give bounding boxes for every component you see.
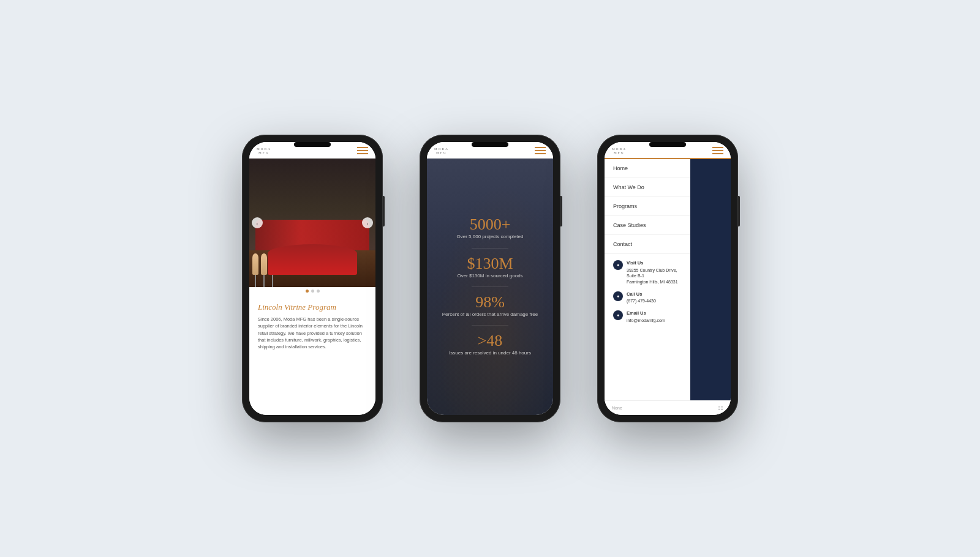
hamburger-menu-3[interactable] <box>712 147 723 154</box>
carousel-dot-2[interactable] <box>311 290 314 293</box>
stool-leg <box>272 275 273 287</box>
nav-item-home[interactable]: Home <box>605 159 690 178</box>
moda-logo-3: MODA MFG <box>612 147 627 154</box>
hamburger-bar <box>535 153 546 154</box>
furniture-stools <box>252 253 276 287</box>
hamburger-bar <box>357 150 368 151</box>
phone-3-content: Home What We Do Programs Case Studies Co… <box>605 159 731 400</box>
stat-damage-number: 98% <box>442 294 538 310</box>
hamburger-bar <box>535 147 546 148</box>
phone-3-sidebar <box>690 159 731 400</box>
stool <box>261 253 267 275</box>
hamburger-bar <box>712 150 723 151</box>
nav-item-case-studies[interactable]: Case Studies <box>605 216 690 235</box>
stat-damage-label: Percent of all orders that arrive damage… <box>442 312 538 318</box>
phone-3: MODA MFG Home What We Do Programs Case S… <box>597 135 738 422</box>
carousel-dots <box>249 287 375 295</box>
phone-1: MODA MFG <box>242 135 383 422</box>
stat-hours-number: >48 <box>449 333 531 349</box>
nav-item-what-we-do[interactable]: What We Do <box>605 178 690 197</box>
stats-screen: 5000+ Over 5,000 projects completed $130… <box>427 159 553 415</box>
moda-logo-1: MODA MFG <box>257 147 271 154</box>
nav-menu: Home What We Do Programs Case Studies Co… <box>605 159 690 400</box>
phone-3-bottom: None ☷ <box>605 400 731 415</box>
hamburger-menu-1[interactable] <box>357 147 368 154</box>
stool <box>270 253 276 275</box>
phone-3-screen: MODA MFG Home What We Do Programs Case S… <box>605 142 731 415</box>
phone-1-screen: MODA MFG <box>249 142 375 415</box>
phone-1-header: MODA MFG <box>249 142 375 159</box>
hamburger-bar <box>357 147 368 148</box>
nav-item-programs[interactable]: Programs <box>605 197 690 216</box>
stat-revenue: $130M Over $130M in sourced goods <box>457 256 522 279</box>
contact-visit: ● Visit Us 39255 Country Club Drive, Sui… <box>613 260 682 285</box>
stat-revenue-number: $130M <box>457 256 522 272</box>
phone-1-content: Lincoln Vitrine Program Since 2006, Moda… <box>249 295 375 415</box>
contact-section: ● Visit Us 39255 Country Club Drive, Sui… <box>605 254 690 335</box>
location-icon: ● <box>613 260 623 270</box>
hamburger-bar <box>712 153 723 154</box>
phone-2-screen: MODA MFG 5000+ Over 5,000 projects compl… <box>427 142 553 415</box>
bottom-label: None <box>612 406 622 410</box>
stat-damage: 98% Percent of all orders that arrive da… <box>442 294 538 318</box>
phone-3-header: MODA MFG <box>605 142 731 159</box>
stat-projects: 5000+ Over 5,000 projects completed <box>457 217 524 240</box>
stool-group <box>270 253 276 287</box>
stat-revenue-label: Over $130M in sourced goods <box>457 273 522 279</box>
stat-divider <box>472 286 508 287</box>
stat-projects-number: 5000+ <box>457 217 524 233</box>
case-study-title: Lincoln Vitrine Program <box>258 302 367 312</box>
hero-image: ‹ › <box>249 159 375 287</box>
phones-container: MODA MFG <box>242 135 738 422</box>
email-info: Email Us info@modamfg.com <box>627 310 665 323</box>
visit-info: Visit Us 39255 Country Club Drive, Suite… <box>627 260 682 285</box>
car-scene <box>249 159 375 287</box>
stat-hours: >48 Issues are resolved in under 48 hour… <box>449 333 531 356</box>
carousel-dot-1[interactable] <box>306 290 309 293</box>
stool-group <box>252 253 258 287</box>
email-icon: ● <box>613 310 623 320</box>
call-info: Call Us (877) 479-4430 <box>627 291 656 304</box>
carousel-next-button[interactable]: › <box>362 217 373 228</box>
hamburger-bar <box>535 150 546 151</box>
grid-icon: ☷ <box>718 405 723 411</box>
case-study-description: Since 2006, Moda MFG has been a single-s… <box>258 316 367 350</box>
stat-divider <box>472 248 508 249</box>
hamburger-menu-2[interactable] <box>535 147 546 154</box>
hamburger-bar <box>357 153 368 154</box>
phone-2: MODA MFG 5000+ Over 5,000 projects compl… <box>420 135 560 422</box>
hamburger-bar <box>712 147 723 148</box>
moda-logo-2: MODA MFG <box>434 147 449 154</box>
nav-item-contact[interactable]: Contact <box>605 235 690 254</box>
stool <box>252 253 258 275</box>
contact-call: ● Call Us (877) 479-4430 <box>613 291 682 304</box>
stool-leg <box>263 275 265 287</box>
carousel-prev-button[interactable]: ‹ <box>252 217 263 228</box>
contact-email: ● Email Us info@modamfg.com <box>613 310 682 323</box>
stat-hours-label: Issues are resolved in under 48 hours <box>449 350 531 356</box>
stool-group <box>261 253 267 287</box>
carousel-dot-3[interactable] <box>317 290 320 293</box>
stool-leg <box>255 275 256 287</box>
stat-divider <box>472 325 508 326</box>
phone-icon: ● <box>613 291 623 301</box>
stat-projects-label: Over 5,000 projects completed <box>457 234 524 240</box>
phone-2-header: MODA MFG <box>427 142 553 159</box>
